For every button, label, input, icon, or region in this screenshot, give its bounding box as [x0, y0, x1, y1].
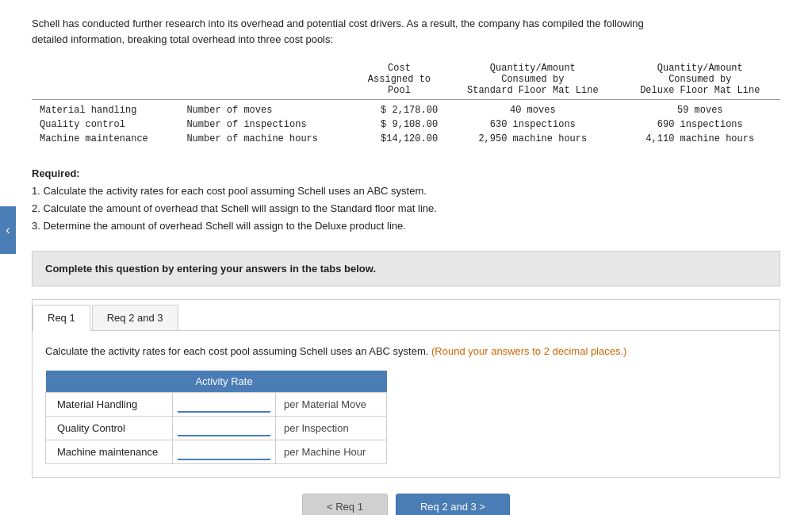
- req-item-3: 3. Determine the amount of overhead Sche…: [32, 220, 406, 232]
- tab-req2-3[interactable]: Req 2 and 3: [92, 305, 178, 330]
- col-header-pools: [32, 61, 178, 100]
- standard-cell: 2,950 machine hours: [446, 132, 619, 146]
- cost-table-wrapper: CostAssigned toPool Quantity/AmountConsu…: [32, 61, 780, 146]
- cost-table: CostAssigned toPool Quantity/AmountConsu…: [32, 61, 780, 146]
- list-item: Machine maintenance per Machine Hour: [46, 440, 387, 463]
- activity-rate-input[interactable]: [178, 396, 270, 413]
- activity-label: Material Handling: [46, 392, 173, 416]
- list-item: Quality Control per Inspection: [46, 416, 387, 440]
- table-row: Machine maintenance Number of machine ho…: [32, 132, 780, 146]
- tab-req1[interactable]: Req 1: [33, 305, 90, 331]
- activity-col-header-empty: [46, 371, 173, 393]
- table-row: Material handling Number of moves $ 2,17…: [32, 103, 780, 117]
- table-row: Quality control Number of inspections $ …: [32, 117, 780, 132]
- activity-label: Quality Control: [46, 416, 173, 440]
- col-header-cost: CostAssigned toPool: [353, 61, 446, 100]
- req-item-2: 2. Calculate the amount of overhead that…: [32, 202, 437, 214]
- activity-pool-cell: Material handling: [32, 103, 178, 117]
- activity-unit: per Material Move: [276, 392, 387, 416]
- deluxe-cell: 690 inspections: [620, 117, 780, 132]
- sidebar-arrow[interactable]: ‹: [0, 206, 16, 254]
- complete-instruction-box: Complete this question by entering your …: [32, 251, 780, 286]
- tab-instruction: Calculate the activity rates for each co…: [45, 344, 767, 359]
- next-button[interactable]: Req 2 and 3 >: [396, 494, 510, 515]
- activity-pool-cell: Quality control: [32, 117, 178, 132]
- req-item-1: 1. Calculate the activity rates for each…: [32, 185, 427, 197]
- col-header-driver: [178, 61, 352, 100]
- col-header-standard: Quantity/AmountConsumed byStandard Floor…: [446, 61, 619, 100]
- tabs-container: Req 1 Req 2 and 3 Calculate the activity…: [32, 299, 780, 478]
- nav-buttons: < Req 1 Req 2 and 3 >: [32, 494, 780, 515]
- prev-button[interactable]: < Req 1: [302, 494, 388, 515]
- activity-rate-input-cell[interactable]: [173, 392, 276, 416]
- driver-cell: Number of inspections: [178, 117, 352, 132]
- activity-rate-input[interactable]: [178, 444, 270, 460]
- required-section: Required: 1. Calculate the activity rate…: [32, 165, 780, 235]
- activity-pool-cell: Machine maintenance: [32, 132, 178, 146]
- deluxe-cell: 59 moves: [620, 103, 780, 117]
- activity-col-header-unit: [276, 371, 387, 393]
- driver-cell: Number of moves: [178, 103, 352, 117]
- activity-rate-input-cell[interactable]: [173, 416, 276, 440]
- activity-unit: per Inspection: [276, 416, 387, 440]
- standard-cell: 630 inspections: [446, 117, 619, 132]
- deluxe-cell: 4,110 machine hours: [620, 132, 780, 146]
- activity-rate-table: Activity Rate Material Handling per Mate…: [45, 371, 387, 464]
- required-title: Required:: [32, 167, 80, 179]
- tab1-content: Calculate the activity rates for each co…: [33, 331, 779, 477]
- activity-col-header-rate: Activity Rate: [173, 371, 276, 393]
- activity-rate-input[interactable]: [178, 420, 270, 436]
- col-header-deluxe: Quantity/AmountConsumed byDeluxe Floor M…: [620, 61, 780, 100]
- standard-cell: 40 moves: [446, 103, 619, 117]
- activity-label: Machine maintenance: [46, 440, 173, 463]
- cost-cell: $ 9,108.00: [353, 117, 446, 132]
- cost-cell: $14,120.00: [353, 132, 446, 146]
- list-item: Material Handling per Material Move: [46, 392, 387, 416]
- intro-paragraph: Schell has conducted further research in…: [32, 16, 780, 47]
- cost-cell: $ 2,178.00: [353, 103, 446, 117]
- activity-rate-input-cell[interactable]: [173, 440, 276, 463]
- activity-unit: per Machine Hour: [276, 440, 387, 463]
- tabs-header: Req 1 Req 2 and 3: [33, 300, 779, 331]
- driver-cell: Number of machine hours: [178, 132, 352, 146]
